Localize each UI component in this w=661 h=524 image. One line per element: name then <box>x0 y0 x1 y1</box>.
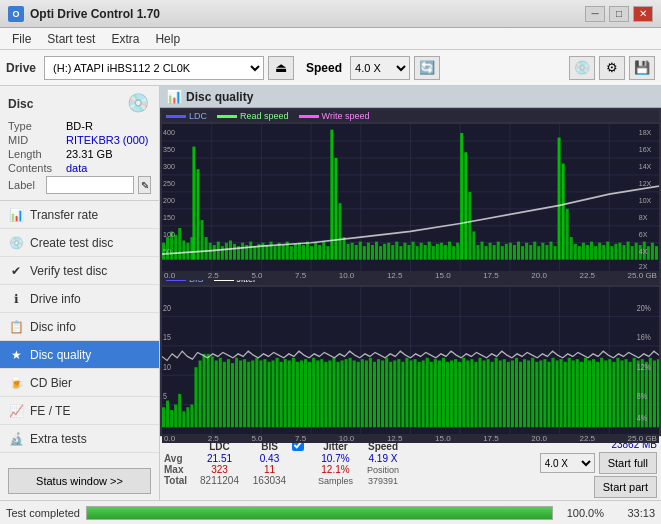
close-button[interactable]: ✕ <box>633 6 653 22</box>
start-full-button[interactable]: Start full <box>599 452 657 474</box>
disc-button[interactable]: 💿 <box>569 56 595 80</box>
sidebar-item-transfer-rate[interactable]: 📊 Transfer rate <box>0 201 159 229</box>
svg-text:16X: 16X <box>639 145 652 154</box>
menu-file[interactable]: File <box>4 30 39 48</box>
svg-rect-115 <box>558 138 561 260</box>
svg-rect-260 <box>523 359 526 427</box>
svg-rect-72 <box>383 244 386 260</box>
svg-rect-52 <box>302 245 305 260</box>
svg-rect-251 <box>487 359 490 427</box>
stats-table: LDC BIS Jitter Speed Avg 21.51 0.43 <box>164 439 403 486</box>
test-speed-select[interactable]: 4.0 X 2.0 X 8.0 X <box>540 453 595 473</box>
svg-text:350: 350 <box>163 145 175 154</box>
svg-rect-171 <box>162 407 165 427</box>
svg-rect-138 <box>651 243 654 260</box>
svg-rect-275 <box>584 358 587 427</box>
svg-rect-188 <box>231 363 234 427</box>
menu-start-test[interactable]: Start test <box>39 30 103 48</box>
fe-te-icon: 📈 <box>8 403 24 419</box>
chart-icon: 📊 <box>166 89 182 104</box>
sidebar-item-drive-info[interactable]: ℹ Drive info <box>0 285 159 313</box>
svg-rect-71 <box>379 246 382 260</box>
label-input[interactable] <box>46 176 134 194</box>
progress-percent: 100.0% <box>559 507 604 519</box>
svg-rect-225 <box>381 361 384 428</box>
svg-rect-122 <box>586 245 589 260</box>
bottom-chart-container: 20 15 10 5 20% 16% 12% 8% 4% 0.02.55.07.… <box>162 287 659 434</box>
refresh-button[interactable]: 🔄 <box>414 56 440 80</box>
type-value: BD-R <box>66 120 93 132</box>
svg-rect-26 <box>196 169 199 259</box>
window-controls: ─ □ ✕ <box>585 6 653 22</box>
svg-rect-45 <box>274 246 277 260</box>
disc-panel: Disc 💿 Type BD-R MID RITEKBR3 (000) Leng… <box>0 86 159 201</box>
svg-rect-252 <box>491 362 494 427</box>
svg-rect-246 <box>466 361 469 428</box>
svg-rect-37 <box>241 243 244 260</box>
disc-length-row: Length 23.31 GB <box>8 148 151 160</box>
disc-eject-icon[interactable]: 💿 <box>127 92 151 116</box>
svg-rect-268 <box>556 361 559 428</box>
svg-rect-99 <box>493 245 496 260</box>
svg-rect-283 <box>616 358 619 427</box>
svg-text:300: 300 <box>163 162 175 171</box>
sidebar-item-cd-bier[interactable]: 🍺 CD Bier <box>0 369 159 397</box>
maximize-button[interactable]: □ <box>609 6 629 22</box>
transfer-rate-icon: 📊 <box>8 207 24 223</box>
speed-select[interactable]: 4.0 X 8.0 X 2.0 X 1.0 X <box>350 56 410 80</box>
svg-rect-124 <box>594 246 597 260</box>
svg-rect-263 <box>535 362 538 427</box>
contents-key: Contents <box>8 162 66 174</box>
sidebar-item-extra-tests[interactable]: 🔬 Extra tests <box>0 425 159 453</box>
svg-text:20: 20 <box>163 302 171 313</box>
save-button[interactable]: 💾 <box>629 56 655 80</box>
svg-rect-40 <box>253 246 256 260</box>
eject-button[interactable]: ⏏ <box>268 56 294 80</box>
svg-rect-240 <box>442 358 445 427</box>
transfer-rate-label: Transfer rate <box>30 208 98 222</box>
svg-rect-121 <box>582 243 585 260</box>
svg-rect-108 <box>529 245 532 260</box>
minimize-button[interactable]: ─ <box>585 6 605 22</box>
start-part-button[interactable]: Start part <box>594 476 657 498</box>
sidebar-item-disc-info[interactable]: 📋 Disc info <box>0 313 159 341</box>
drive-select[interactable]: (H:) ATAPI iHBS112 2 CL0K <box>44 56 264 80</box>
svg-text:20%: 20% <box>637 302 652 313</box>
status-window-button[interactable]: Status window >> <box>8 468 151 494</box>
svg-rect-264 <box>539 361 542 428</box>
svg-rect-237 <box>430 362 433 427</box>
svg-rect-93 <box>468 192 471 260</box>
svg-rect-57 <box>322 242 325 260</box>
sidebar-item-disc-quality[interactable]: ★ Disc quality <box>0 341 159 369</box>
extra-tests-label: Extra tests <box>30 432 87 446</box>
svg-rect-173 <box>170 410 173 427</box>
mid-key: MID <box>8 134 66 146</box>
svg-rect-102 <box>505 244 508 260</box>
menu-help[interactable]: Help <box>147 30 188 48</box>
svg-rect-73 <box>387 243 390 260</box>
svg-rect-84 <box>432 246 435 260</box>
svg-rect-98 <box>489 243 492 260</box>
sidebar-item-fe-te[interactable]: 📈 FE / TE <box>0 397 159 425</box>
total-ldc: 8211204 <box>192 475 247 486</box>
label-edit-button[interactable]: ✎ <box>138 176 151 194</box>
status-text: Test completed <box>6 507 80 519</box>
sidebar-item-verify-test-disc[interactable]: ✔ Verify test disc <box>0 257 159 285</box>
svg-rect-204 <box>296 362 299 427</box>
svg-rect-177 <box>186 407 189 427</box>
svg-rect-67 <box>363 246 366 260</box>
settings-button[interactable]: ⚙ <box>599 56 625 80</box>
svg-rect-211 <box>324 362 327 427</box>
menu-extra[interactable]: Extra <box>103 30 147 48</box>
svg-rect-95 <box>476 245 479 260</box>
svg-rect-119 <box>574 244 577 260</box>
svg-rect-111 <box>541 243 544 260</box>
sidebar-item-create-test-disc[interactable]: 💿 Create test disc <box>0 229 159 257</box>
svg-rect-125 <box>598 243 601 260</box>
svg-rect-70 <box>375 242 378 260</box>
progress-fill <box>87 507 552 519</box>
disc-quality-icon: ★ <box>8 347 24 363</box>
sidebar-nav: 📊 Transfer rate 💿 Create test disc ✔ Ver… <box>0 201 159 453</box>
svg-rect-276 <box>588 361 591 428</box>
svg-rect-292 <box>653 361 656 428</box>
